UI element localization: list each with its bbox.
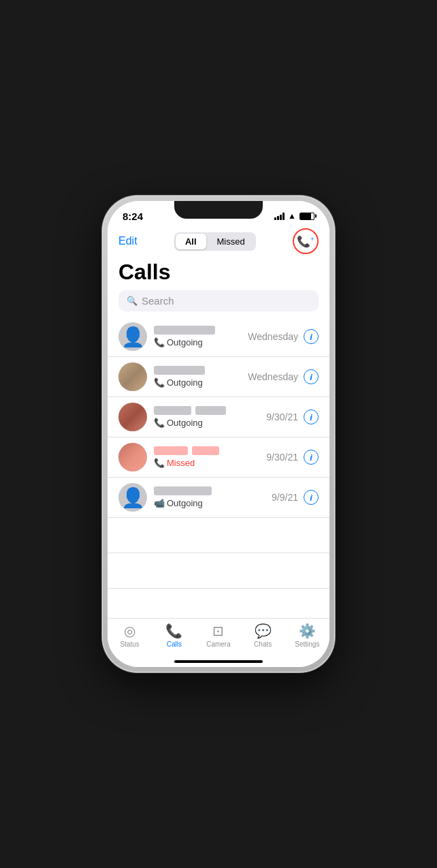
call-meta-3: 9/30/21 i [266, 409, 319, 424]
search-bar[interactable]: 🔍 Search [118, 290, 319, 311]
empty-row-2 [108, 553, 329, 589]
contact-name-blur-2 [154, 366, 205, 375]
call-type-2: 📞 Outgoing [154, 377, 241, 388]
phone-frame: 8:24 ▲ Edit Al [102, 196, 335, 672]
call-meta-1: Wednesday i [248, 329, 319, 344]
call-date-5: 9/9/21 [272, 492, 298, 503]
status-tab-icon: ◎ [124, 623, 135, 639]
call-info-2: 📞 Outgoing [154, 366, 241, 388]
call-type-4: 📞 Missed [154, 458, 259, 468]
avatar-5: 👤 [118, 483, 147, 512]
call-date-3: 9/30/21 [266, 412, 298, 422]
call-date-4: 9/30/21 [266, 452, 298, 463]
avatar-4 [118, 443, 147, 471]
call-list: 👤 📞 Outgoing Wednesday i [108, 317, 329, 618]
contact-name-blur-3 [154, 406, 259, 415]
edit-button[interactable]: Edit [118, 235, 137, 247]
phone-icon-1: 📞 [154, 337, 165, 347]
info-button-1[interactable]: i [304, 329, 319, 344]
call-meta-2: Wednesday i [248, 369, 319, 384]
info-button-5[interactable]: i [304, 490, 319, 505]
call-date-2: Wednesday [248, 371, 298, 382]
empty-row-1 [108, 518, 329, 553]
status-tab-label: Status [120, 640, 139, 648]
phone-icon-4: 📞 [154, 458, 165, 468]
tab-bar: ◎ Status 📞 Calls ⊡ Camera 💬 Chats ⚙️ [108, 618, 329, 660]
tab-chats[interactable]: 💬 Chats [244, 623, 282, 648]
call-item-4: 📞 Missed 9/30/21 i [108, 437, 329, 478]
search-icon: 🔍 [127, 296, 137, 306]
add-call-icon: 📞+ [297, 235, 314, 248]
search-placeholder-text: Search [142, 295, 174, 307]
camera-tab-icon: ⊡ [212, 623, 224, 639]
call-type-5: 📹 Outgoing [154, 498, 265, 508]
avatar-1: 👤 [118, 322, 147, 351]
status-time: 8:24 [123, 211, 143, 222]
page-title: Calls [108, 258, 329, 288]
notch [174, 201, 263, 219]
default-avatar-icon-5: 👤 [121, 486, 145, 509]
call-info-1: 📞 Outgoing [154, 326, 241, 347]
add-call-button[interactable]: 📞+ [293, 228, 319, 254]
contact-name-blur-4 [154, 446, 259, 455]
segment-missed[interactable]: Missed [208, 234, 255, 249]
battery-icon [300, 213, 314, 220]
camera-tab-label: Camera [206, 640, 231, 648]
home-indicator [174, 660, 263, 663]
tab-camera[interactable]: ⊡ Camera [199, 623, 238, 648]
segment-all[interactable]: All [176, 234, 206, 249]
phone-icon-3: 📞 [154, 418, 165, 428]
settings-tab-label: Settings [295, 640, 319, 648]
empty-row-3 [108, 589, 329, 618]
call-info-5: 📹 Outgoing [154, 486, 265, 508]
tab-settings[interactable]: ⚙️ Settings [288, 623, 326, 648]
call-type-3: 📞 Outgoing [154, 418, 259, 428]
calls-tab-icon: 📞 [165, 623, 182, 639]
contact-name-blur-1 [154, 326, 215, 335]
segment-control: All Missed [174, 232, 256, 251]
default-avatar-icon: 👤 [121, 326, 145, 348]
call-date-1: Wednesday [248, 331, 298, 342]
wifi-icon: ▲ [288, 211, 296, 221]
call-item-2: 📞 Outgoing Wednesday i [108, 357, 329, 397]
call-info-3: 📞 Outgoing [154, 406, 259, 428]
tab-status[interactable]: ◎ Status [111, 623, 149, 648]
info-button-4[interactable]: i [304, 450, 319, 465]
settings-tab-icon: ⚙️ [299, 623, 316, 639]
call-type-1: 📞 Outgoing [154, 337, 241, 347]
info-button-2[interactable]: i [304, 369, 319, 384]
call-item-3: 📞 Outgoing 9/30/21 i [108, 397, 329, 437]
contact-name-blur-5 [154, 486, 212, 495]
avatar-2 [118, 362, 147, 391]
info-button-3[interactable]: i [304, 409, 319, 424]
call-meta-4: 9/30/21 i [266, 450, 319, 465]
video-icon-5: 📹 [154, 498, 165, 508]
chats-tab-label: Chats [254, 640, 272, 648]
phone-icon-2: 📞 [154, 377, 165, 388]
tab-calls[interactable]: 📞 Calls [155, 623, 193, 648]
call-meta-5: 9/9/21 i [272, 490, 319, 505]
nav-header: Edit All Missed 📞+ [108, 226, 329, 258]
signal-icon [274, 213, 285, 220]
chats-tab-icon: 💬 [255, 623, 272, 639]
call-info-4: 📞 Missed [154, 446, 259, 468]
call-item-1: 👤 📞 Outgoing Wednesday i [108, 317, 329, 357]
call-item-5: 👤 📹 Outgoing 9/9/21 i [108, 478, 329, 518]
status-icons: ▲ [274, 211, 314, 221]
avatar-3 [118, 403, 147, 431]
calls-tab-label: Calls [167, 640, 182, 648]
